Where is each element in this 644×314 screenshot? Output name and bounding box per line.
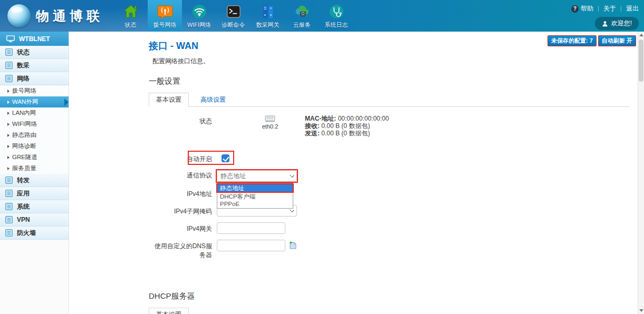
- rx-line: 接收: 0.00 B (0 数据包): [305, 122, 389, 130]
- protocol-dropdown-list: 静态地址 DHCP客户端 PPPoE: [217, 183, 293, 209]
- sidebar-item-system[interactable]: 系统: [0, 200, 69, 213]
- caret-right-icon: [7, 112, 9, 115]
- sidebar: WTBLNET 状态 数采 网络 拨号网络 WAN外网 LAN内网 WIFI网络…: [0, 32, 69, 314]
- header-right: ? 帮助 关于 退出 欢迎您!: [571, 0, 639, 32]
- auto-start-row: 自动开启: [149, 153, 629, 164]
- tab-dhcp-basic-settings[interactable]: 基本设置: [149, 308, 189, 314]
- brand-name: 物通博联: [36, 7, 103, 25]
- wan-settings-form: 状态 eth0.2 MAC-地址: 00:00:00:00:00:00 接收: …: [149, 115, 629, 314]
- dial-network-icon: [157, 3, 173, 19]
- ipv4-gateway-input[interactable]: [217, 222, 285, 234]
- sidebar-item-wifi[interactable]: WIFI网络: [0, 119, 69, 130]
- protocol-row: 通信协议 静态地址 静态地址 DHCP客户端 PPPoE: [149, 169, 629, 183]
- sidebar-item-network-diagnostics[interactable]: 网络诊断: [0, 141, 69, 152]
- list-icon: [5, 229, 13, 237]
- dhcp-tabs: 基本设置: [149, 308, 629, 314]
- list-icon: [5, 203, 13, 210]
- list-icon: [5, 176, 13, 184]
- vertical-scrollbar[interactable]: [638, 32, 644, 314]
- cloud-icon: [294, 3, 310, 19]
- caret-right-icon: [7, 156, 9, 159]
- sidebar-item-gre-tunnel[interactable]: GRE隧道: [0, 152, 69, 163]
- top-navigation: 状态 拨号网络 WIFI网络 诊断命令: [113, 0, 353, 32]
- dhcp-server-title: DHCP服务器: [149, 291, 629, 301]
- syslog-icon: [328, 3, 344, 19]
- nav-item-system-log[interactable]: 系统日志: [319, 0, 353, 32]
- tx-line: 发送: 0.00 B (0 数据包): [305, 130, 389, 137]
- dropdown-option-dhcp[interactable]: DHCP客户端: [217, 193, 293, 200]
- general-settings-tabs: 基本设置 高级设置: [149, 93, 629, 107]
- scrollbar-thumb[interactable]: [639, 40, 643, 82]
- tab-advanced-settings[interactable]: 高级设置: [194, 93, 233, 107]
- brand-logo: 物通博联: [0, 4, 113, 27]
- auto-start-label: 自动开启: [149, 153, 216, 164]
- help-question-icon: ?: [571, 5, 579, 13]
- unsaved-changes-badge[interactable]: 未保存的配置: 7: [547, 35, 597, 46]
- auto-start-checkbox[interactable]: [222, 154, 229, 162]
- welcome-user-button[interactable]: 欢迎您!: [595, 17, 639, 30]
- sidebar-item-application[interactable]: 应用: [0, 187, 69, 200]
- main-content: 未保存的配置: 7 自动刷新 开 接口 - WAN 配置网络接口信息。 一般设置…: [70, 32, 638, 314]
- nav-item-status[interactable]: 状态: [113, 0, 148, 32]
- nav-item-cloud-service[interactable]: 云服务: [285, 0, 319, 32]
- app-header: 物通博联 状态 拨号网络 WIFI网络: [0, 0, 644, 32]
- sidebar-item-status[interactable]: 状态: [0, 46, 69, 59]
- nav-item-diagnostic-command[interactable]: 诊断命令: [216, 0, 251, 32]
- dropdown-option-pppoe[interactable]: PPPoE: [217, 200, 293, 208]
- router-admin-page: 物通博联 状态 拨号网络 WIFI网络: [0, 0, 644, 314]
- general-settings-title: 一般设置: [149, 76, 629, 86]
- caret-right-icon: [7, 101, 9, 104]
- sidebar-item-vpn[interactable]: VPN: [0, 213, 69, 227]
- custom-dns-label: 使用自定义的DNS服务器: [149, 240, 216, 260]
- list-icon: [5, 48, 13, 56]
- header-links: ? 帮助 关于 退出: [571, 4, 639, 13]
- list-icon: [5, 216, 13, 223]
- nav-item-dial-network[interactable]: 拨号网络: [148, 0, 182, 32]
- sidebar-header: WTBLNET: [0, 32, 69, 46]
- about-link[interactable]: 关于: [603, 4, 616, 13]
- sidebar-item-data-collection[interactable]: 数采: [0, 59, 69, 72]
- gateway-icon: [259, 3, 276, 19]
- caret-right-icon: [7, 90, 9, 93]
- ipv4-gateway-label: IPv4网关: [149, 222, 216, 233]
- caret-right-icon: [7, 167, 9, 170]
- nav-item-wifi-network[interactable]: WIFI网络: [182, 0, 216, 32]
- scrollbar-down-arrow-icon[interactable]: [639, 309, 643, 312]
- dropdown-option-static[interactable]: 静态地址: [216, 183, 294, 193]
- interface-name: eth0.2: [262, 123, 278, 130]
- interface-stats: MAC-地址: 00:00:00:00:00:00 接收: 0.00 B (0 …: [305, 115, 389, 137]
- sidebar-item-network[interactable]: 网络: [0, 72, 69, 85]
- sidebar-item-firewall[interactable]: 防火墙: [0, 227, 69, 240]
- sidebar-item-wan[interactable]: WAN外网: [0, 96, 69, 107]
- chevron-down-icon: [290, 173, 294, 177]
- sidebar-item-qos[interactable]: 服务质量: [0, 163, 69, 174]
- sidebar-item-static-route[interactable]: 静态路由: [0, 130, 69, 141]
- protocol-select[interactable]: 静态地址: [217, 170, 297, 182]
- tab-basic-settings[interactable]: 基本设置: [149, 93, 189, 107]
- logout-link[interactable]: 退出: [626, 4, 639, 13]
- help-link[interactable]: 帮助: [581, 4, 593, 13]
- caret-right-icon: [7, 145, 9, 148]
- nav-item-data-gateway[interactable]: 数采网关: [251, 0, 285, 32]
- sidebar-item-lan[interactable]: LAN内网: [0, 107, 69, 119]
- ipv4-gateway-row: IPv4网关: [149, 222, 629, 234]
- status-label: 状态: [149, 115, 216, 126]
- sidebar-item-forwarding[interactable]: 转发: [0, 174, 69, 187]
- page-content: 接口 - WAN 配置网络接口信息。 一般设置 基本设置 高级设置 状态 eth…: [70, 32, 638, 314]
- custom-dns-row: 使用自定义的DNS服务器: [149, 240, 629, 260]
- interface-box: eth0.2: [255, 115, 285, 130]
- sidebar-item-dial-network[interactable]: 拨号网络: [0, 85, 69, 96]
- ipv4-netmask-label: IPv4子网掩码: [149, 205, 216, 216]
- red-annotation-box: 静态地址: [216, 169, 298, 183]
- divider: [598, 6, 599, 12]
- list-icon: [5, 75, 13, 82]
- add-entry-icon[interactable]: [289, 241, 297, 250]
- protocol-selected-value: 静态地址: [220, 172, 246, 181]
- protocol-label: 通信协议: [149, 169, 216, 180]
- caret-right-icon: [7, 123, 9, 126]
- ethernet-interface-icon: [264, 115, 276, 122]
- auto-refresh-badge[interactable]: 自动刷新 开: [598, 35, 636, 46]
- scrollbar-up-arrow-icon[interactable]: [639, 34, 643, 36]
- custom-dns-input[interactable]: [217, 240, 285, 251]
- ipv4-address-label: IPv4地址: [149, 188, 216, 199]
